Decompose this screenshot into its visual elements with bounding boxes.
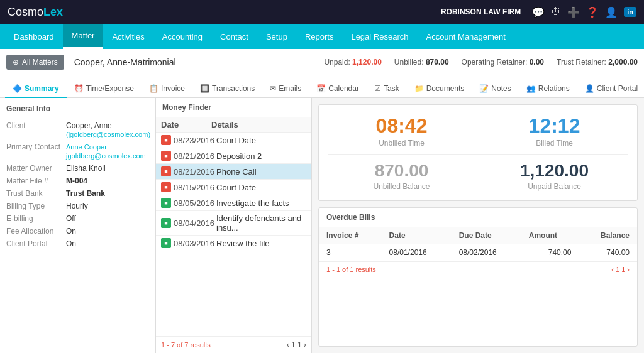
mf-pagination-nav[interactable]: ‹ 1 1 › — [287, 340, 306, 349]
mf-row-0[interactable]: ■ 08/23/2016 Court Date — [156, 133, 311, 148]
stat-unbilled-balance: 870.00 Unbilled Balance — [328, 161, 475, 191]
billed-time-label: Billed Time — [481, 139, 628, 148]
plus-icon[interactable]: ➕ — [567, 6, 580, 18]
info-row-fee-allocation: Fee Allocation On — [6, 227, 149, 236]
tab-notes[interactable]: 📝 Notes — [472, 80, 518, 98]
mf-details-1: Deposition 2 — [216, 151, 306, 161]
clock-icon: ⏰ — [74, 84, 84, 93]
tab-calendar[interactable]: 📅 Calendar — [309, 80, 367, 98]
mf-icon-red-1: ■ — [161, 151, 171, 161]
matter-name: Cooper, Anne-Matrimonial — [70, 57, 318, 67]
cell-invoice-0: 3 — [319, 244, 382, 261]
unbilled-time-value: 08:42 — [328, 114, 475, 138]
chat-icon[interactable]: 💬 — [532, 6, 545, 18]
unbilled-time-label: Unbilled Time — [328, 139, 475, 148]
overdue-table-row-0[interactable]: 3 08/01/2016 08/02/2016 740.00 740.00 — [319, 244, 637, 261]
overdue-table-header: Invoice # Date Due Date Amount Balance — [319, 227, 637, 244]
nav-matter[interactable]: Matter — [63, 24, 104, 49]
email-icon: ✉ — [270, 84, 276, 93]
mf-date-header: Date — [161, 120, 211, 129]
nav-setup[interactable]: Setup — [257, 24, 296, 49]
invoice-icon: 📋 — [149, 84, 158, 93]
app-logo[interactable]: CosmoLex — [8, 6, 63, 19]
ebilling-label: E-billing — [6, 214, 66, 223]
unbilled-balance-label: Unbilled Balance — [328, 182, 475, 191]
mf-row-3[interactable]: ■ 08/15/2016 Court Date — [156, 180, 311, 195]
tab-transactions[interactable]: 🔲 Transactions — [192, 80, 262, 98]
billing-type-label: Billing Type — [6, 202, 66, 210]
mf-date-1: 08/21/2016 — [174, 151, 216, 161]
tab-time-expense[interactable]: ⏰ Time/Expense — [67, 80, 142, 98]
billing-type-value: Hourly — [66, 202, 88, 210]
tab-invoice[interactable]: 📋 Invoice — [142, 80, 192, 98]
mf-row-5[interactable]: ■ 08/04/2016 Identify defendants and ins… — [156, 211, 311, 236]
main-navigation: Dashboard Matter Activities Accounting C… — [0, 24, 644, 49]
calendar-icon: 📅 — [316, 84, 326, 93]
nav-activities[interactable]: Activities — [103, 24, 153, 49]
user-icon[interactable]: 👤 — [605, 6, 618, 18]
all-matters-button[interactable]: ⊕ All Matters — [6, 55, 64, 70]
right-panel: 08:42 Unbilled Time 12:12 Billed Time 87… — [312, 98, 644, 353]
cell-amount-0: 740.00 — [521, 244, 579, 261]
tab-client-portal[interactable]: 👤 Client Portal — [577, 80, 644, 98]
mf-date-4: 08/05/2016 — [174, 198, 216, 208]
mf-row-4[interactable]: ■ 08/05/2016 Investigate the facts — [156, 195, 311, 211]
col-balance: Balance — [579, 227, 637, 244]
money-finder-title: Money Finder — [156, 98, 311, 117]
overdue-pagination-nav[interactable]: ‹ 1 1 › — [611, 266, 630, 273]
mf-details-5: Identify defendants and insu... — [216, 214, 306, 232]
fee-allocation-label: Fee Allocation — [6, 227, 66, 236]
money-finder-panel: Money Finder Date Details ■ 08/23/2016 C… — [156, 98, 312, 353]
nav-account-management[interactable]: Account Management — [417, 24, 514, 49]
operating-value: 0.00 — [530, 58, 544, 67]
trust-value: 2,000.00 — [608, 58, 638, 67]
overdue-pagination: 1 - 1 of 1 results ‹ 1 1 › — [319, 261, 637, 277]
nav-accounting[interactable]: Accounting — [153, 24, 211, 49]
portal-icon: 👤 — [585, 84, 594, 93]
all-matters-label: All Matters — [22, 58, 58, 67]
timer-icon[interactable]: ⏱ — [551, 6, 561, 18]
fee-allocation-value: On — [66, 227, 76, 236]
tab-relations[interactable]: 👥 Relations — [519, 80, 577, 98]
mf-date-5: 08/04/2016 — [174, 219, 216, 228]
unpaid-balance-label: Unpaid Balance — [481, 182, 628, 191]
general-info-title: General Info — [6, 104, 149, 116]
main-content: General Info Client Cooper, Anne(jgoldbe… — [0, 98, 644, 353]
docs-icon: 📁 — [414, 84, 424, 93]
mf-row-1[interactable]: ■ 08/21/2016 Deposition 2 — [156, 148, 311, 164]
tab-documents[interactable]: 📁 Documents — [407, 80, 472, 98]
cell-due-date-0: 08/02/2016 — [452, 244, 521, 261]
top-navigation: CosmoLex ROBINSON LAW FIRM 💬 ⏱ ➕ ❓ 👤 in — [0, 0, 644, 24]
ebilling-value: Off — [66, 214, 76, 223]
trust-label: Trust Retainer: — [557, 58, 606, 67]
nav-reports[interactable]: Reports — [296, 24, 343, 49]
mf-icon-green-6: ■ — [161, 238, 171, 248]
matter-owner-label: Matter Owner — [6, 164, 66, 173]
summary-icon: 🔷 — [13, 84, 22, 93]
nav-dashboard[interactable]: Dashboard — [5, 24, 63, 49]
help-icon[interactable]: ❓ — [586, 6, 599, 18]
info-row-trust-bank: Trust Bank Trust Bank — [6, 189, 149, 198]
tab-emails[interactable]: ✉ Emails — [262, 80, 309, 98]
tab-task[interactable]: ☑ Task — [367, 80, 407, 98]
tab-summary[interactable]: 🔷 Summary — [5, 80, 67, 98]
col-date: Date — [382, 227, 452, 244]
linkedin-icon[interactable]: in — [624, 7, 636, 17]
money-finder-header-row: Date Details — [156, 117, 311, 133]
nav-contact[interactable]: Contact — [211, 24, 257, 49]
mf-row-2[interactable]: ■ 08/21/2016 Phone Call — [156, 164, 311, 180]
notes-icon: 📝 — [479, 84, 489, 93]
unbilled-balance-value: 870.00 — [328, 161, 475, 181]
unpaid-balance-value: 1,120.00 — [481, 161, 628, 181]
logo-lex: Lex — [43, 6, 63, 19]
primary-contact-value: Anne Cooper-jgoldberg@cosmolex.com — [66, 143, 146, 160]
cell-balance-0: 740.00 — [579, 244, 637, 261]
overdue-bills-section: Overdue Bills Invoice # Date Due Date Am… — [318, 207, 638, 347]
stat-trust: Trust Retainer: 2,000.00 — [557, 58, 638, 67]
mf-details-6: Review the file — [216, 239, 306, 248]
nav-legal-research[interactable]: Legal Research — [342, 24, 417, 49]
mf-row-6[interactable]: ■ 08/03/2016 Review the file — [156, 236, 311, 251]
info-row-matter-owner: Matter Owner Elisha Knoll — [6, 164, 149, 173]
operating-label: Operating Retainer: — [462, 58, 528, 67]
mf-date-2: 08/21/2016 — [174, 167, 216, 176]
